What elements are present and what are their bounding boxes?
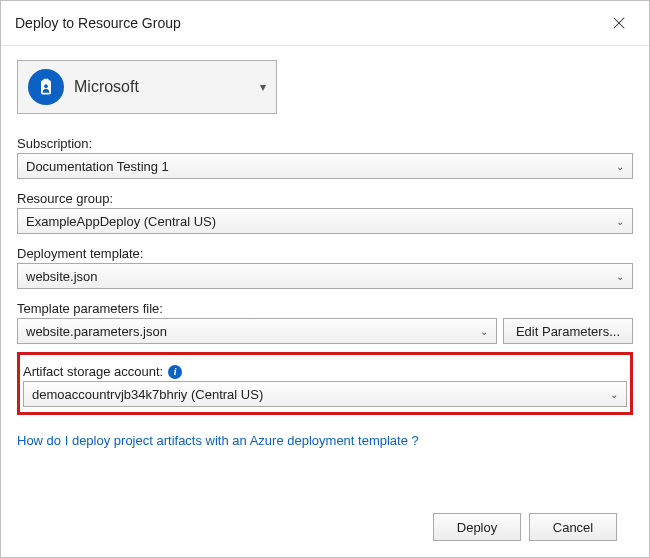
artifact-storage-label-row: Artifact storage account: i [23,364,627,379]
deploy-button[interactable]: Deploy [433,513,521,541]
account-name: Microsoft [74,78,250,96]
account-avatar [28,69,64,105]
resource-group-dropdown[interactable]: ExampleAppDeploy (Central US) ⌄ [17,208,633,234]
artifact-storage-dropdown[interactable]: demoaccountrvjb34k7bhriy (Central US) ⌄ [23,381,627,407]
deployment-template-label: Deployment template: [17,246,633,261]
info-icon[interactable]: i [168,365,182,379]
chevron-down-icon: ⌄ [606,389,622,400]
deploy-dialog: Deploy to Resource Group Microsoft ▾ Sub… [0,0,650,558]
titlebar: Deploy to Resource Group [1,1,649,46]
template-parameters-dropdown[interactable]: website.parameters.json ⌄ [17,318,497,344]
chevron-down-icon: ⌄ [612,271,628,282]
account-picker[interactable]: Microsoft ▾ [17,60,277,114]
cancel-button-label: Cancel [553,520,593,535]
deploy-button-label: Deploy [457,520,497,535]
cancel-button[interactable]: Cancel [529,513,617,541]
template-parameters-label: Template parameters file: [17,301,633,316]
edit-parameters-label: Edit Parameters... [516,324,620,339]
subscription-dropdown[interactable]: Documentation Testing 1 ⌄ [17,153,633,179]
resource-group-label: Resource group: [17,191,633,206]
artifact-storage-highlight: Artifact storage account: i demoaccountr… [17,352,633,415]
chevron-down-icon: ⌄ [476,326,492,337]
subscription-label: Subscription: [17,136,633,151]
close-button[interactable] [599,9,639,37]
chevron-down-icon: ▾ [260,80,266,94]
template-parameters-row: website.parameters.json ⌄ Edit Parameter… [17,318,633,344]
svg-rect-3 [44,79,49,82]
chevron-down-icon: ⌄ [612,161,628,172]
resource-group-value: ExampleAppDeploy (Central US) [26,214,612,229]
artifact-storage-label: Artifact storage account: [23,364,163,379]
dialog-title: Deploy to Resource Group [15,15,181,31]
template-parameters-value: website.parameters.json [26,324,476,339]
edit-parameters-button[interactable]: Edit Parameters... [503,318,633,344]
dialog-body: Microsoft ▾ Subscription: Documentation … [1,46,649,557]
help-link[interactable]: How do I deploy project artifacts with a… [17,433,633,448]
close-icon [612,16,626,30]
dialog-footer: Deploy Cancel [17,499,633,557]
badge-icon [36,77,56,97]
chevron-down-icon: ⌄ [612,216,628,227]
svg-point-4 [44,84,48,88]
artifact-storage-value: demoaccountrvjb34k7bhriy (Central US) [32,387,606,402]
deployment-template-dropdown[interactable]: website.json ⌄ [17,263,633,289]
deployment-template-value: website.json [26,269,612,284]
subscription-value: Documentation Testing 1 [26,159,612,174]
